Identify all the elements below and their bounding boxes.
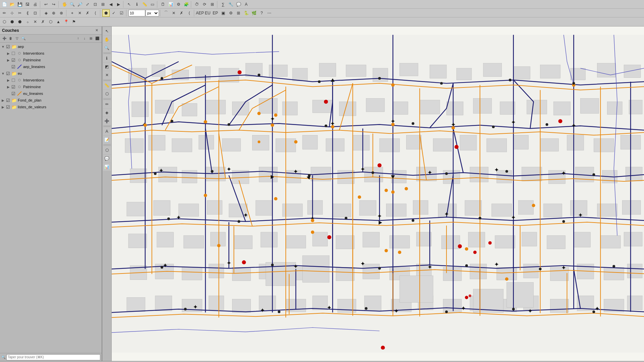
tb-zoom-sel[interactable]: ⊞ <box>99 1 107 8</box>
tb-open[interactable]: 📂 <box>8 1 16 8</box>
tb-plugin[interactable]: 🧩 <box>182 1 190 8</box>
toolbox-annot[interactable]: 📝 <box>103 136 111 144</box>
expand-aep-icon[interactable]: ▼ <box>1 45 5 49</box>
tb-measure-area[interactable]: ▭ <box>149 1 156 8</box>
tb-curve3[interactable]: ✗ <box>178 9 185 17</box>
tb-zoom-full[interactable]: ⤢ <box>84 1 91 8</box>
check-aep[interactable] <box>6 44 11 49</box>
layer-aep-patrimoine[interactable]: ▶ ⬡ Patrimoine <box>0 57 102 63</box>
layer-filter-btn[interactable]: ▽ <box>14 36 20 42</box>
tb-snap4[interactable]: ⟨ <box>92 9 99 17</box>
check-fond[interactable] <box>6 98 11 103</box>
tb-saveas[interactable]: 🖫 <box>24 1 31 8</box>
tb-node3[interactable]: ⊗ <box>58 9 65 17</box>
tb-3d2[interactable]: ⬢ <box>8 18 16 25</box>
tb-new[interactable]: 📄 <box>1 1 8 8</box>
tb-edit3[interactable]: ✂ <box>16 9 23 17</box>
expand-aep-int-icon[interactable]: ▶ <box>6 52 11 55</box>
tb-processing[interactable]: ⚙ <box>175 1 182 8</box>
tb-pan[interactable]: 🖐 <box>61 1 68 8</box>
layer-up-btn[interactable]: ↑ <box>75 36 81 42</box>
toolbox-3d[interactable]: ⬡ <box>103 146 111 154</box>
tb-edit2[interactable]: ⊹ <box>8 9 16 17</box>
check-aep-int[interactable] <box>11 51 16 56</box>
layer-fond[interactable]: ▶ 📁 Fond_de_plan <box>0 97 102 104</box>
tb-tile[interactable]: ⊞ <box>209 1 216 8</box>
tb-more5[interactable]: ⋯ <box>266 9 273 17</box>
check-listes[interactable] <box>6 105 11 109</box>
tb-more4[interactable]: A <box>243 1 250 8</box>
tb-edit5[interactable]: ⊡ <box>32 9 39 17</box>
tb-curve1[interactable]: ⌒ <box>162 9 170 17</box>
toolbox-stat[interactable]: 📊 <box>103 163 111 171</box>
tb-identify[interactable]: ℹ <box>133 1 141 8</box>
layer-eu[interactable]: ▼ 📁 eu <box>0 70 102 77</box>
tb-adv7[interactable]: 🐍 <box>243 9 250 17</box>
toolbox-add-feat[interactable]: ➕ <box>103 117 111 125</box>
toolbox-label[interactable]: A <box>103 127 111 135</box>
toolbox-identify[interactable]: ℹ <box>103 54 111 62</box>
expand-aep-pat-icon[interactable]: ▶ <box>6 58 11 62</box>
toolbox-pan[interactable]: ✋ <box>103 36 111 44</box>
tb-more1[interactable]: ∑ <box>219 1 227 8</box>
layer-color-btn[interactable]: ⬛ <box>94 36 100 42</box>
tb-time[interactable]: ⏱ <box>193 1 201 8</box>
tb-active2[interactable]: ✓ <box>110 9 117 17</box>
expand-eu-icon[interactable]: ▼ <box>1 72 5 75</box>
tb-3d1[interactable]: ⬡ <box>1 18 8 25</box>
tb-3d8[interactable]: ▲ <box>55 18 62 25</box>
tb-node1[interactable]: ◈ <box>42 9 50 17</box>
tb-snap1[interactable]: ⌖ <box>68 9 76 17</box>
tb-loc[interactable]: 📍 <box>62 18 70 25</box>
tb-3d6[interactable]: ✗ <box>39 18 47 25</box>
toolbox-deselect[interactable]: ✕ <box>103 71 111 79</box>
tb-snap2[interactable]: ✕ <box>76 9 84 17</box>
tb-3d5[interactable]: ✕ <box>32 18 39 25</box>
tb-3d7[interactable]: ⬡ <box>47 18 54 25</box>
tb-adv8[interactable]: 🌿 <box>250 9 258 17</box>
tb-adv3[interactable]: EP <box>212 9 219 17</box>
tb-measure[interactable]: 📏 <box>141 1 148 8</box>
layer-aep-interventions[interactable]: ▶ ⬡ Interventions <box>0 50 102 57</box>
tb-active1[interactable]: ⬟ <box>102 9 110 17</box>
tb-edit-pencil[interactable]: ✏ <box>1 9 8 17</box>
layer-aep-lineaires[interactable]: ▶ aep_lineaires <box>0 63 102 70</box>
tb-save[interactable]: 💾 <box>16 1 23 8</box>
tb-more2[interactable]: 🔧 <box>227 1 234 8</box>
check-eu-lin[interactable] <box>11 91 16 96</box>
toolbox-zoom[interactable]: 🔍 <box>103 44 111 52</box>
layer-search-btn[interactable]: 🔍 <box>20 36 26 42</box>
search-input[interactable] <box>6 354 100 360</box>
tb-refresh[interactable]: ⟳ <box>201 1 208 8</box>
expand-eu-int-icon[interactable]: ▶ <box>6 78 11 82</box>
size-input[interactable]: 10 <box>128 10 145 16</box>
tb-curve4[interactable]: ⟨ <box>185 9 193 17</box>
tb-zoom-out[interactable]: 🔎 <box>76 1 84 8</box>
toolbox-select[interactable]: ↖ <box>103 27 111 35</box>
tb-adv1[interactable]: AEP <box>196 9 204 17</box>
size-unit-select[interactable]: px mm cm <box>146 10 159 16</box>
layer-group-btn[interactable]: ⊞ <box>88 36 94 42</box>
toolbox-edit[interactable]: ✏ <box>103 100 111 108</box>
tb-prev-extent[interactable]: ◀ <box>107 1 114 8</box>
tb-3d3[interactable]: ⬣ <box>16 18 23 25</box>
layer-eu-interventions[interactable]: ▶ ⬡ Interventions <box>0 77 102 83</box>
tb-snap3[interactable]: ✗ <box>84 9 91 17</box>
tb-select[interactable]: ↖ <box>125 1 133 8</box>
tb-undo[interactable]: ↩ <box>42 1 50 8</box>
tb-curve2[interactable]: ✕ <box>170 9 177 17</box>
toolbox-measure-dist[interactable]: 📏 <box>103 81 111 89</box>
tb-adv5[interactable]: ⚙ <box>227 9 234 17</box>
tb-flag[interactable]: ⚑ <box>70 18 77 25</box>
tb-adv6[interactable]: ⊞ <box>235 9 242 17</box>
toolbox-node[interactable]: ◈ <box>103 109 111 117</box>
tb-active3[interactable]: ☑ <box>118 9 125 17</box>
tb-adv2[interactable]: EU <box>204 9 211 17</box>
tb-edit4[interactable]: ⟪ <box>24 9 31 17</box>
close-panel-icon[interactable]: ✕ <box>94 27 100 34</box>
check-eu-pat[interactable] <box>11 84 16 89</box>
tb-attribute[interactable]: 🗒 <box>159 1 167 8</box>
tb-help[interactable]: ? <box>258 9 265 17</box>
layer-eu-lineaires[interactable]: ▶ eu_lineaires <box>0 90 102 97</box>
expand-fond-icon[interactable]: ▶ <box>1 99 5 102</box>
